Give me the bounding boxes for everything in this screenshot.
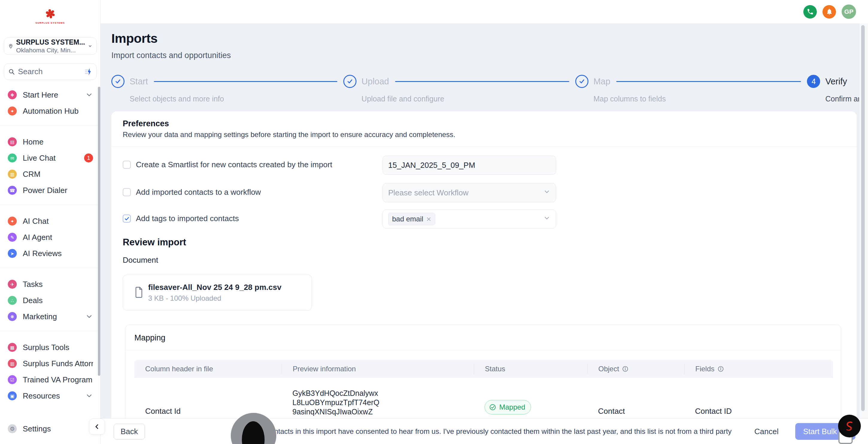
sidebar-collapse-button[interactable] (89, 419, 105, 435)
sidebar-item-settings[interactable]: ⚙ Settings (0, 421, 100, 437)
recorder-watermark-logo (838, 415, 861, 437)
sidebar-item-tasks[interactable]: ✈ Tasks (0, 276, 100, 292)
account-switcher[interactable]: SURPLUS SYSTEM... Oklahoma City, Min... (4, 37, 97, 55)
sidebar-item-surplus-funds-attorney[interactable]: ▥ Surplus Funds Attorn... (0, 355, 100, 372)
sidebar-item-power-dialer[interactable]: ☎ Power Dialer (0, 182, 100, 198)
import-stepper: Start Select objects and more info Uploa… (111, 75, 847, 88)
back-button[interactable]: Back (114, 424, 145, 440)
tag-chip: bad email (388, 213, 435, 225)
consent-text: confirm all contacts in this import have… (232, 427, 732, 436)
check-circle-icon (489, 404, 496, 411)
sidebar: SURPLUS SYSTEMS SURPLUS SYSTEM... Oklaho… (0, 0, 100, 444)
preferences-subtitle: Review your data and mapping settings be… (123, 130, 455, 139)
col-header-fields: Fields (684, 363, 833, 374)
sidebar-item-automation-hub[interactable]: ✦ Automation Hub (0, 103, 100, 119)
surplus-funds-icon: ▥ (8, 359, 17, 368)
cell-preview: GykB3YdHQocZtDnalywx L8LuOBYmpuzTpfT74er… (282, 378, 474, 416)
document-label: Document (123, 255, 158, 265)
check-icon (124, 216, 130, 221)
lightning-icon (88, 68, 91, 75)
cell-object: Contact (587, 378, 684, 416)
search-input[interactable] (18, 67, 81, 76)
sidebar-item-resources[interactable]: ▣ Resources (0, 388, 100, 404)
cell-fields: Contact ID (684, 378, 833, 416)
quick-actions-icon[interactable] (84, 67, 93, 76)
sidebar-item-ai-reviews[interactable]: ➤ AI Reviews (0, 245, 100, 261)
verify-panel: Preferences Review your data and mapping… (111, 111, 857, 444)
bell-icon (826, 8, 833, 15)
step-start[interactable]: Start Select objects and more info (111, 75, 343, 88)
col-header-status: Status (474, 363, 587, 374)
phone-button[interactable] (803, 5, 817, 19)
crm-icon: ▥ (8, 170, 17, 179)
tags-checkbox[interactable] (123, 215, 131, 223)
step-check-icon (343, 75, 356, 88)
smartlist-row: Create a Smartlist for new contacts crea… (123, 160, 332, 169)
automation-hub-icon: ✦ (8, 106, 17, 116)
col-header-object: Object (587, 363, 684, 374)
workflow-select[interactable]: Please select Workflow (382, 183, 556, 202)
pinwheel-logo-icon (44, 8, 56, 20)
info-icon[interactable] (717, 366, 724, 372)
search-icon (8, 68, 15, 75)
smartlist-name-field[interactable]: 15_JAN_2025_5_09_PM (382, 156, 556, 175)
smartlist-checkbox[interactable] (123, 161, 131, 169)
sidebar-item-home[interactable]: ▤ Home (0, 134, 100, 150)
page-title: Imports (111, 31, 157, 46)
chevron-down-icon (85, 313, 93, 320)
workflow-row: Add imported contacts to a workflow (123, 188, 261, 197)
step-map[interactable]: Map Map columns to fields (575, 75, 807, 88)
table-row: Contact Id GykB3YdHQocZtDnalywx L8LuOBYm… (134, 378, 833, 416)
col-header-preview: Preview information (282, 363, 474, 374)
info-icon[interactable] (622, 366, 628, 372)
start-here-icon: ❖ (8, 90, 17, 99)
location-pin-icon (8, 42, 13, 50)
review-import-title: Review import (123, 237, 186, 248)
user-avatar[interactable]: GP (842, 4, 856, 19)
search-bar[interactable] (4, 63, 97, 80)
preferences-title: Preferences (123, 119, 169, 128)
page-scrollbar[interactable] (859, 23, 868, 418)
workflow-checkbox[interactable] (123, 188, 131, 196)
step-check-icon (111, 75, 125, 88)
cell-status: Mapped (474, 378, 587, 416)
col-header-column-in-file: Column header in file (134, 363, 282, 374)
sidebar-item-start-here[interactable]: ❖ Start Here (0, 87, 100, 103)
step-upload[interactable]: Upload Upload file and configure (343, 75, 575, 88)
step-check-icon (575, 75, 588, 88)
mapping-table: Column header in file Preview informatio… (134, 360, 833, 416)
home-icon: ▤ (8, 137, 17, 146)
notifications-button[interactable] (823, 5, 836, 19)
sidebar-item-deals[interactable]: ∴ Deals (0, 292, 100, 309)
file-meta: 3 KB - 100% Uploaded (148, 294, 221, 303)
chevron-down-icon (85, 91, 93, 99)
resources-icon: ▣ (8, 391, 17, 400)
marketing-icon: ❋ (8, 312, 17, 321)
imports-page: SURPLUS SYSTEMS SURPLUS SYSTEM... Oklaho… (0, 0, 868, 444)
brand-logo-text: SURPLUS SYSTEMS (0, 22, 100, 24)
sidebar-item-surplus-tools[interactable]: ▦ Surplus Tools (0, 339, 100, 355)
nav-divider (0, 204, 100, 205)
step-number: 4 (807, 75, 820, 88)
sidebar-scrollbar-thumb[interactable] (98, 87, 100, 376)
page-scrollbar-thumb[interactable] (861, 25, 865, 411)
chevron-left-icon (94, 423, 100, 430)
sidebar-item-ai-chat[interactable]: ✦ AI Chat (0, 213, 100, 229)
sidebar-item-live-chat[interactable]: ✉ Live Chat 1 (0, 150, 100, 166)
remove-tag-icon[interactable] (426, 217, 431, 222)
live-chat-icon: ✉ (8, 154, 17, 162)
mapping-table-header: Column header in file Preview informatio… (134, 360, 833, 378)
sidebar-item-crm[interactable]: ▥ CRM (0, 166, 100, 182)
tags-select[interactable]: bad email (382, 210, 556, 229)
page-subtitle: Import contacts and opportunities (111, 51, 231, 60)
nav-divider (0, 331, 100, 331)
sidebar-item-marketing[interactable]: ❋ Marketing (0, 309, 100, 325)
red-swirl-icon (843, 420, 856, 432)
sidebar-settings-wrap: ⚙ Settings (0, 421, 100, 437)
step-connector (154, 81, 337, 82)
nav-divider (0, 125, 100, 126)
cancel-button[interactable]: Cancel (754, 427, 778, 436)
sidebar-item-trained-va-program[interactable]: ☑ Trained VA Program (0, 372, 100, 388)
step-verify[interactable]: 4 Verify Confirm and finalize selection (807, 75, 847, 88)
sidebar-item-ai-agent[interactable]: ✎ AI Agent (0, 229, 100, 245)
